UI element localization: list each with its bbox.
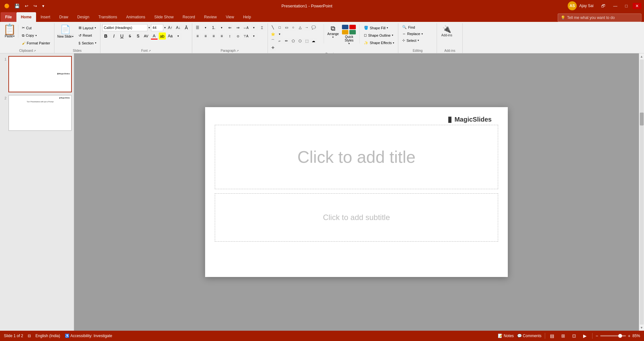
strikethrough-button[interactable]: S̶ [127,32,134,40]
section-button[interactable]: § Section ▾ [77,40,98,46]
line-spacing-button[interactable]: ↕ [226,32,233,40]
close-btn[interactable]: ✕ [633,3,641,9]
replace-button[interactable]: ↔ Replace ▾ [400,31,424,37]
slide-thumbnail-2[interactable]: ▮ MagicSlides Turn Presentations with ju… [8,95,72,131]
align-text-arrow-icon[interactable]: ▾ [251,32,258,40]
font-color-arrow-icon[interactable]: ▾ [175,32,182,40]
zoom-in-button[interactable]: + [628,333,630,338]
paste-button[interactable]: 📋 Paste ▾ [3,24,18,38]
reading-view-button[interactable]: ⊡ [570,332,578,340]
slide-thumb-1[interactable]: 1 ▮ MagicSlides [2,56,72,92]
slide-canvas[interactable]: ▮ MagicSlides Click to add title Click t… [205,107,508,277]
slide-sorter-button[interactable]: ⊞ [559,332,567,340]
scroll-up-icon[interactable]: ▲ [639,54,644,59]
increase-font-size-button[interactable]: A↑ [167,24,174,31]
reset-button[interactable]: ↺ Reset [77,32,98,39]
notes-button[interactable]: 📝 Notes [498,334,514,338]
increase-indent-button[interactable]: ⇒ [234,24,242,31]
maximize-btn[interactable]: □ [622,3,630,9]
numbering-button[interactable]: 1. [210,24,217,31]
redo-btn[interactable]: ↪ [32,3,39,9]
shape-triangle-btn[interactable]: △ [297,24,303,31]
arrange-button[interactable]: ⧉ Arrange ▾ [326,24,340,39]
layout-button[interactable]: ⊞ Layout ▾ [77,25,98,31]
shape-cloud-btn[interactable]: ☁ [310,38,317,44]
shape-conn-btn[interactable]: ⌐ [277,38,283,44]
zoom-slider[interactable] [600,335,626,336]
zoom-out-button[interactable]: − [596,333,598,338]
undo-btn[interactable]: ↩ [23,3,30,9]
shape-star-btn[interactable]: ⭐ [270,31,276,37]
tab-review[interactable]: Review [200,12,221,22]
columns-button[interactable]: Ξ [259,24,266,31]
tab-help[interactable]: Help [239,12,256,22]
shape-fill-button[interactable]: 🪣 Shape Fill ▾ [362,25,396,31]
text-direction-button[interactable]: ↔A [242,24,250,31]
slide-show-button[interactable]: ▶ [581,332,589,340]
convert-smartart-button[interactable]: ⊙ [234,32,242,40]
tab-view[interactable]: View [221,12,239,22]
tab-animations[interactable]: Animations [122,12,150,22]
align-center-button[interactable]: ≡ [202,32,209,40]
cut-button[interactable]: ✂ Cut [20,25,52,31]
decrease-indent-button[interactable]: ⇐ [226,24,233,31]
tab-record[interactable]: Record [178,12,200,22]
subtitle-placeholder[interactable]: Click to add subtitle [215,193,498,242]
shape-cube-btn[interactable]: ⬚ [304,38,310,44]
tab-file[interactable]: File [1,12,16,22]
tab-home[interactable]: Home [16,12,36,22]
tab-insert[interactable]: Insert [36,12,55,22]
tab-transitions[interactable]: Transitions [94,12,121,22]
font-color-button[interactable]: A [151,32,158,40]
slide-thumb-2[interactable]: 2 ▮ MagicSlides Turn Presentations with … [2,95,72,131]
add-ins-button[interactable]: 🔌 Add-ins [439,24,454,39]
shape-effects-button[interactable]: ✨ Shape Effects ▾ [362,40,396,46]
format-painter-button[interactable]: 🖌 Format Painter [20,40,52,46]
slide-panel-icon[interactable]: ⊟ [28,334,31,338]
shape-cross-btn[interactable]: ✛ [270,44,276,51]
align-left-button[interactable]: ≡ [194,32,201,40]
tell-me-bar[interactable]: 💡 Tell me what you want to do [558,14,641,22]
char-spacing-button[interactable]: AV [143,32,150,40]
font-size-case-button[interactable]: Aa [167,32,174,40]
shape-arrow-btn[interactable]: → [304,24,310,31]
shape-more-btn[interactable]: ▾ [277,31,283,37]
scroll-down-icon[interactable]: ▼ [639,325,644,330]
underline-button[interactable]: U [118,32,126,40]
font-name-input[interactable] [102,24,147,31]
font-size-input[interactable] [151,24,163,31]
comments-button[interactable]: 💬 Comments [517,334,542,338]
restore-down-btn[interactable]: 🗗 [599,3,608,9]
user-avatar[interactable]: AS [568,1,577,10]
scrollbar-track[interactable] [640,60,644,325]
slide-thumbnail-1[interactable]: ▮ MagicSlides [8,56,72,92]
find-button[interactable]: 🔍 Find [400,24,417,30]
title-placeholder[interactable]: Click to add title [215,125,498,189]
clipboard-expand-icon[interactable]: ↗ [33,49,36,52]
shape-hex-btn[interactable]: ⬡ [297,38,303,44]
bullets-button[interactable]: ☰ [194,24,201,31]
bullets-arrow-icon[interactable]: ▾ [202,24,209,31]
select-button[interactable]: ⊹ Select ▾ [400,37,421,43]
paragraph-expand-icon[interactable]: ↗ [236,49,239,52]
quick-styles-button[interactable]: Quick Styles ▾ [341,24,357,46]
shape-freeform-btn[interactable]: ✏ [283,38,290,44]
tab-draw[interactable]: Draw [55,12,73,22]
new-slide-button[interactable]: 📄 New Slide ▾ [56,24,74,39]
text-highlight-button[interactable]: ab [159,32,166,40]
minimize-btn[interactable]: — [611,3,620,9]
shape-rect-btn[interactable]: □ [277,24,283,31]
shape-callout-btn[interactable]: 💬 [310,24,317,31]
text-shadow-button[interactable]: S [135,32,142,40]
tab-slide-show[interactable]: Slide Show [150,12,178,22]
shape-pentagon-btn[interactable]: ⬠ [290,38,297,44]
text-direction-arrow-icon[interactable]: ▾ [251,24,258,31]
clear-formatting-button[interactable]: Ā [183,24,190,31]
customize-qat-btn[interactable]: ▾ [41,3,46,9]
decrease-font-size-button[interactable]: A↓ [175,24,182,31]
italic-button[interactable]: I [110,32,118,40]
shape-curve-btn[interactable]: ⌒ [270,38,276,44]
align-text-button[interactable]: ⊤A [242,32,250,40]
numbering-arrow-icon[interactable]: ▾ [218,24,225,31]
copy-button[interactable]: ⧉ Copy ▾ [20,32,52,39]
